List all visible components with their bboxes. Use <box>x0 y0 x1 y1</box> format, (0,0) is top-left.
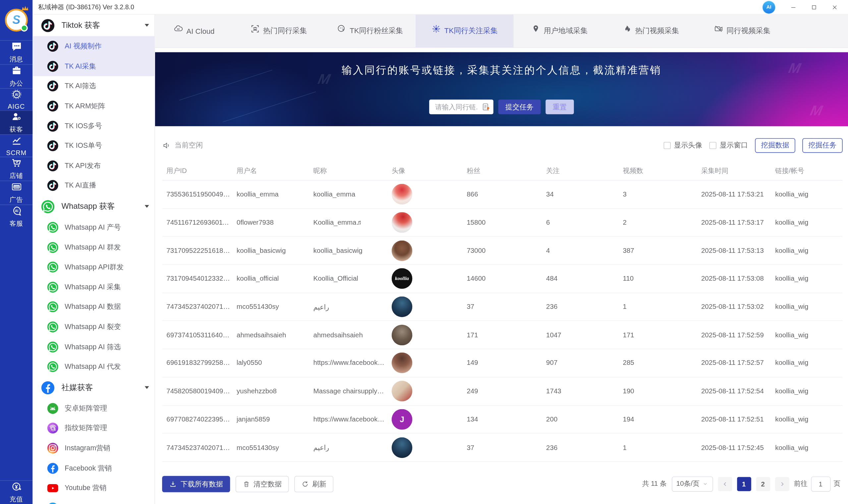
page-button-1[interactable]: 1 <box>737 477 751 491</box>
submit-task-button[interactable]: 提交任务 <box>499 100 541 114</box>
tab-peer-video-collect[interactable]: 同行视频采集 <box>696 15 788 47</box>
table-row: 7317095222516188202koollia_basicwigkooll… <box>162 237 843 265</box>
menu-item-wa-ai-account[interactable]: Whatsapp AI 产号 <box>33 217 155 237</box>
menu-section-whatsapp-acquisition[interactable]: Whatsapp 获客 <box>33 196 155 218</box>
menu-item-wa-ai-groupsend[interactable]: Whatsapp AI 群发 <box>33 237 155 257</box>
menu-item-tk-api-publish[interactable]: TK API发布 <box>33 156 155 176</box>
cell-link: koollia_wig <box>775 219 843 226</box>
tab-tk-peer-follow-collect[interactable]: TK同行关注采集 <box>416 15 513 47</box>
rail-item-aigc[interactable]: AIAIGC <box>0 88 33 110</box>
menu-item-wa-ai-fission[interactable]: Whatsapp AI 裂变 <box>33 317 155 337</box>
cell-follows: 34 <box>546 191 623 198</box>
menu-item-tk-ai-collect[interactable]: TK AI采集 <box>33 56 155 76</box>
page-size-select[interactable]: 10条/页 <box>671 476 713 492</box>
rail-item-messages[interactable]: 消息 <box>0 40 33 64</box>
menu-item-wa-api-groupsend[interactable]: Whatsapp API群发 <box>33 257 155 277</box>
pagination: 共 11 条 10条/页 12 前往 页 <box>642 476 841 492</box>
rail-item-office[interactable]: 办公 <box>0 64 33 88</box>
menu-item-tk-ios-multi[interactable]: TK IOS多号 <box>33 116 155 136</box>
prev-page-button[interactable] <box>718 477 732 491</box>
menu-item-tk-ai-live[interactable]: TK AI直播 <box>33 176 155 196</box>
maximize-button[interactable] <box>803 0 824 14</box>
menu-item-tk-arm-matrix[interactable]: TK ARM矩阵 <box>33 96 155 116</box>
rail-item-ads[interactable]: ADS广告 <box>0 181 33 204</box>
cell-username: yushehzzbo8 <box>237 388 313 395</box>
cell-videos: 3 <box>623 191 701 198</box>
refresh-button[interactable]: 刷新 <box>294 476 333 492</box>
menu-item-wa-ai-filter[interactable]: Whatsapp AI 筛选 <box>33 337 155 357</box>
rail-item-recharge[interactable]: 充值 <box>0 480 33 504</box>
menu-label: Tiktok 获客 <box>61 20 100 31</box>
svg-text:AI: AI <box>177 28 179 31</box>
ai-assistant-avatar[interactable]: AI <box>762 1 775 13</box>
reset-button[interactable]: 重置 <box>545 100 574 114</box>
rail-item-scrm[interactable]: SCRM <box>0 134 33 157</box>
cell-link: koollia_wig <box>775 303 843 310</box>
close-button[interactable] <box>824 0 845 14</box>
cell-avatar <box>392 296 467 317</box>
menu-item-tk-ai-filter[interactable]: TK AI筛选 <box>33 76 155 96</box>
download-all-label: 下载所有数据 <box>181 479 223 489</box>
chevron-left-icon <box>721 481 728 487</box>
tab-label: 热门视频采集 <box>635 26 679 36</box>
rail-item-acquisition[interactable]: 获客 <box>0 110 33 134</box>
facebook-icon <box>41 381 54 394</box>
mine-data-button[interactable]: 挖掘数据 <box>755 138 795 152</box>
download-all-button[interactable]: 下载所有数据 <box>162 476 230 492</box>
menu-item-instagram-marketing[interactable]: Instagram营销 <box>33 438 155 458</box>
tab-ai-cloud[interactable]: AIAI Cloud <box>155 15 233 47</box>
menu-label: Whatsapp AI 数据 <box>65 302 121 312</box>
tab-hot-video-collect[interactable]: 热门视频采集 <box>605 15 696 47</box>
show-avatar-checkbox[interactable]: 显示头像 <box>664 141 703 150</box>
cell-time: 2025-08-11 17:53:13 <box>701 247 775 254</box>
tab-hot-peer-collect[interactable]: 热门同行采集 <box>233 15 324 47</box>
cell-id: 7473452374020719634 <box>166 444 237 451</box>
android-icon <box>48 403 58 414</box>
tab-label: AI Cloud <box>186 27 214 35</box>
cell-username: koollia_emma <box>237 191 313 198</box>
clear-data-button[interactable]: 清空数据 <box>236 476 289 492</box>
rail-item-label: 充值 <box>10 495 23 504</box>
menu-item-twitter-marketing[interactable]: Twitter 营销 <box>33 498 155 504</box>
peer-link-input[interactable] <box>434 102 479 111</box>
menu-label: Whatsapp AI 群发 <box>65 242 121 252</box>
menu-label: 指纹矩阵管理 <box>65 424 107 433</box>
menu-section-social-acquisition[interactable]: 社媒获客 <box>33 377 155 399</box>
column-header: 采集时间 <box>701 166 775 176</box>
paste-icon[interactable] <box>482 102 491 112</box>
menu-item-fingerprint-matrix[interactable]: 指纹矩阵管理 <box>33 418 155 438</box>
menu-item-wa-ai-data[interactable]: Whatsapp AI 数据 <box>33 297 155 317</box>
menu-item-wa-ai-collect[interactable]: Whatsapp AI 采集 <box>33 277 155 297</box>
cell-nickname: koollia_basicwig <box>313 247 392 254</box>
show-window-checkbox[interactable]: 显示窗口 <box>709 141 748 150</box>
cell-fans: 73000 <box>467 247 546 254</box>
next-page-button[interactable] <box>775 477 789 491</box>
menu-section-tiktok-acquisition[interactable]: Tiktok 获客 <box>33 15 155 36</box>
column-header: 视频数 <box>623 166 701 176</box>
cell-videos: 2 <box>623 219 701 226</box>
app-logo[interactable]: S <box>0 0 33 40</box>
goto-page-input[interactable] <box>811 476 830 492</box>
menu-item-android-matrix[interactable]: 安卓矩阵管理 <box>33 398 155 418</box>
cell-username: mco551430sy <box>237 303 313 310</box>
menu-item-ai-video-create[interactable]: AI 视频制作 <box>33 36 155 56</box>
menu-item-tk-ios-single[interactable]: TK IOS单号 <box>33 136 155 156</box>
page-button-2[interactable]: 2 <box>756 477 770 491</box>
minimize-button[interactable] <box>783 0 803 14</box>
menu-item-youtube-marketing[interactable]: Youtube 营销 <box>33 478 155 498</box>
task-banner: M M M 输入同行的账号或链接，采集其关注的个人信息，截流精准营销 提交任务 <box>155 52 848 126</box>
rail-item-label: SCRM <box>6 149 26 157</box>
cell-id: 7458205800194098177 <box>166 388 237 395</box>
rail-item-service[interactable]: AI客服 <box>0 204 33 228</box>
cell-follows: 200 <box>546 415 623 423</box>
cell-link: koollia_wig <box>775 359 843 367</box>
svg-text:ADS: ADS <box>14 186 19 188</box>
menu-item-wa-ai-proxy-send[interactable]: Whatsapp AI 代发 <box>33 357 155 377</box>
mine-task-button[interactable]: 挖掘任务 <box>802 138 842 152</box>
column-header: 昵称 <box>313 166 392 176</box>
whatsapp-icon <box>48 361 58 372</box>
menu-item-facebook-marketing[interactable]: Facebook 营销 <box>33 458 155 478</box>
rail-item-shop[interactable]: 店铺 <box>0 157 33 181</box>
tab-user-region-collect[interactable]: 用户地域采集 <box>513 15 605 47</box>
tab-tk-peer-fans-collect[interactable]: TK同行粉丝采集 <box>324 15 416 47</box>
